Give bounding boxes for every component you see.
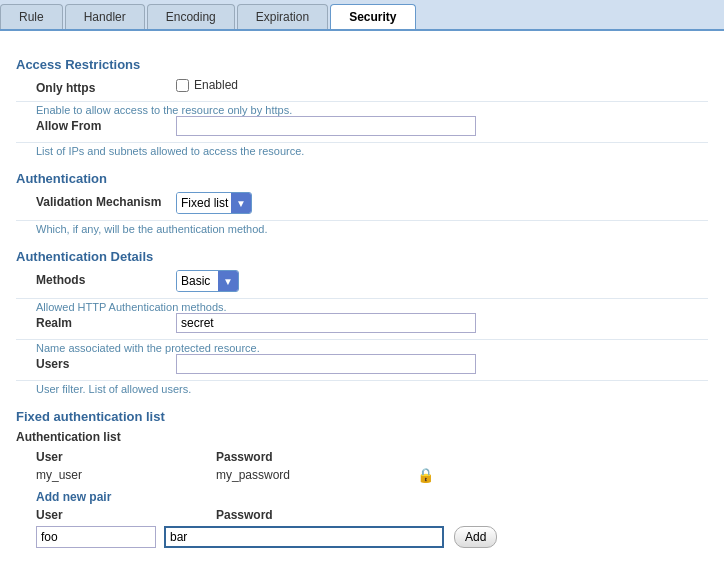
users-label: Users: [16, 354, 176, 371]
new-password-input[interactable]: [164, 526, 444, 548]
auth-list-header: User Password: [16, 448, 708, 466]
add-new-header: User Password: [16, 506, 708, 524]
validation-mechanism-label: Validation Mechanism: [16, 192, 176, 209]
methods-content: Basic Digest NTLM ▼: [176, 270, 239, 292]
only-https-checkbox[interactable]: [176, 79, 189, 92]
add-new-row: Add: [16, 526, 708, 548]
users-content: [176, 354, 476, 374]
add-new-user-header: User: [36, 508, 216, 522]
lock-icon[interactable]: 🔒: [416, 466, 434, 484]
allow-from-row: Allow From: [16, 116, 708, 143]
access-restrictions-title: Access Restrictions: [16, 57, 708, 72]
methods-select-wrapper: Basic Digest NTLM ▼: [176, 270, 239, 292]
authentication-title: Authentication: [16, 171, 708, 186]
allow-from-label: Allow From: [16, 116, 176, 133]
tab-bar: Rule Handler Encoding Expiration Securit…: [0, 0, 724, 31]
only-https-checkbox-row: Enabled: [176, 78, 238, 92]
tab-encoding[interactable]: Encoding: [147, 4, 235, 29]
content-area: Access Restrictions Only https Enabled E…: [0, 31, 724, 560]
add-new-pair-label: Add new pair: [16, 490, 708, 504]
users-row: Users: [16, 354, 708, 381]
auth-user-value: my_user: [36, 468, 216, 482]
users-input[interactable]: [176, 354, 476, 374]
authentication-details-title: Authentication Details: [16, 249, 708, 264]
validation-mechanism-content: Fixed list LDAP None ▼: [176, 192, 252, 214]
new-user-input[interactable]: [36, 526, 156, 548]
add-new-pass-header: Password: [216, 508, 416, 522]
auth-list-pass-header: Password: [216, 450, 416, 464]
users-hint: User filter. List of allowed users.: [16, 383, 708, 395]
validation-mechanism-arrow[interactable]: ▼: [231, 193, 251, 213]
only-https-label: Only https: [16, 78, 176, 95]
tab-security[interactable]: Security: [330, 4, 415, 29]
tab-rule[interactable]: Rule: [0, 4, 63, 29]
add-button[interactable]: Add: [454, 526, 497, 548]
allow-from-content: [176, 116, 476, 136]
methods-label: Methods: [16, 270, 176, 287]
table-row: my_user my_password 🔒: [16, 466, 708, 484]
tab-handler[interactable]: Handler: [65, 4, 145, 29]
fixed-auth-list-title: Fixed authentication list: [16, 409, 708, 424]
only-https-content: Enabled: [176, 78, 238, 92]
realm-label: Realm: [16, 313, 176, 330]
only-https-row: Only https Enabled: [16, 78, 708, 102]
only-https-hint: Enable to allow access to the resource o…: [16, 104, 708, 116]
access-restrictions-section: Access Restrictions Only https Enabled E…: [16, 57, 708, 157]
realm-row: Realm: [16, 313, 708, 340]
realm-content: [176, 313, 476, 333]
realm-input[interactable]: [176, 313, 476, 333]
allow-from-hint: List of IPs and subnets allowed to acces…: [16, 145, 708, 157]
validation-mechanism-row: Validation Mechanism Fixed list LDAP Non…: [16, 192, 708, 221]
auth-pass-value: my_password: [216, 468, 416, 482]
validation-mechanism-select-wrapper: Fixed list LDAP None ▼: [176, 192, 252, 214]
auth-list-user-header: User: [36, 450, 216, 464]
allow-from-input[interactable]: [176, 116, 476, 136]
fixed-auth-list-section: Fixed authentication list Authentication…: [16, 409, 708, 548]
only-https-checkbox-label: Enabled: [194, 78, 238, 92]
realm-hint: Name associated with the protected resou…: [16, 342, 708, 354]
methods-select[interactable]: Basic Digest NTLM: [177, 271, 218, 291]
methods-arrow[interactable]: ▼: [218, 271, 238, 291]
auth-row-action: 🔒: [416, 466, 456, 484]
methods-hint: Allowed HTTP Authentication methods.: [16, 301, 708, 313]
auth-list-label: Authentication list: [16, 430, 708, 444]
authentication-section: Authentication Validation Mechanism Fixe…: [16, 171, 708, 235]
validation-mechanism-hint: Which, if any, will be the authenticatio…: [16, 223, 708, 235]
methods-row: Methods Basic Digest NTLM ▼: [16, 270, 708, 299]
validation-mechanism-select[interactable]: Fixed list LDAP None: [177, 193, 231, 213]
authentication-details-section: Authentication Details Methods Basic Dig…: [16, 249, 708, 395]
tab-expiration[interactable]: Expiration: [237, 4, 328, 29]
